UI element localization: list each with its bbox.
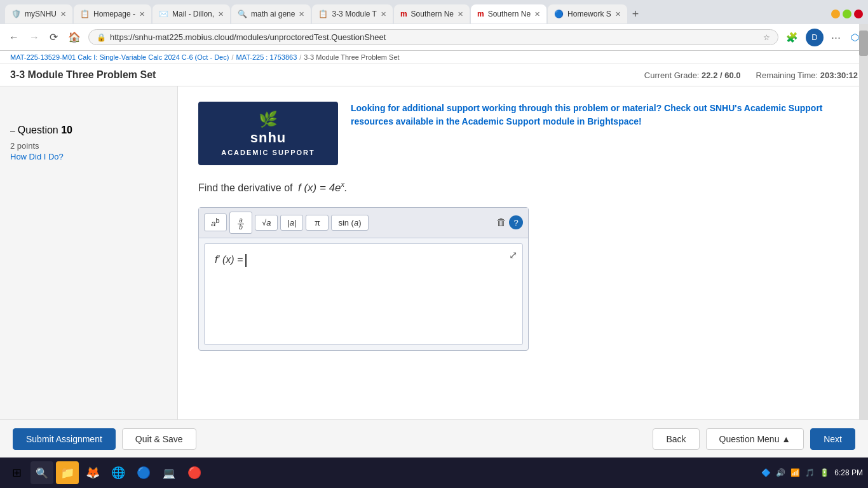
- expand-button[interactable]: ⤢: [509, 249, 517, 261]
- reload-button[interactable]: ⟳: [47, 29, 60, 46]
- page-title: 3-3 Module Three Problem Set: [10, 69, 156, 81]
- taskbar-files-icon[interactable]: 📁: [56, 461, 79, 484]
- breadcrumb-course[interactable]: MAT-225-13529-M01 Calc I: Single-Variabl…: [10, 53, 229, 61]
- tab-close-southern1[interactable]: ✕: [458, 10, 463, 18]
- tab-close-homepage[interactable]: ✕: [139, 10, 145, 18]
- math-toolbar: ab ab √a |a| π sin (a) 🗑 ?: [199, 208, 528, 238]
- tab-icon-homepage: 📋: [80, 10, 90, 18]
- support-text: Looking for additional support working t…: [351, 102, 848, 128]
- window-controls: [831, 10, 863, 18]
- tab-icon-southern2: m: [477, 10, 484, 18]
- content-area: 🌿 snhu ACADEMIC SUPPORT Looking for addi…: [178, 86, 868, 441]
- snhu-leaf-icon: 🌿: [259, 111, 278, 128]
- question-number: 10: [61, 125, 72, 135]
- question-header: Question 10: [18, 125, 72, 135]
- quit-save-button[interactable]: Quit & Save: [122, 428, 196, 450]
- grade-info: Current Grade: 22.2 / 60.0 Remaining Tim…: [644, 71, 858, 80]
- tab-homepage[interactable]: 📋 Homepage - ✕: [74, 4, 151, 24]
- taskbar-audio-icon: 🔊: [776, 468, 785, 477]
- superscript-btn[interactable]: ab: [204, 214, 227, 231]
- scrollbar[interactable]: [859, 24, 868, 458]
- tab-mail[interactable]: ✉️ Mail - Dillon, ✕: [153, 4, 230, 24]
- snhu-logo-subtitle: ACADEMIC SUPPORT: [221, 149, 315, 156]
- sidebar: – Question 10 2 points How Did I Do?: [0, 86, 178, 441]
- taskbar-right: 🔷 🔊 📶 🎵 🔋 6:28 PM: [761, 468, 863, 477]
- taskbar: ⊞ 🔍 📁 🦊 🌐 🔵 💻 🔴 🔷 🔊 📶 🎵 🔋 6:28 PM: [0, 458, 868, 488]
- tab-mysnhu[interactable]: 🛡️ mySNHU ✕: [5, 4, 72, 24]
- taskbar-red-icon[interactable]: 🔴: [183, 461, 206, 484]
- minimize-button[interactable]: [831, 10, 840, 18]
- tab-close-southern2[interactable]: ✕: [534, 10, 540, 18]
- math-formula-display: f (x) = 4ex.: [298, 182, 348, 194]
- home-button[interactable]: 🏠: [65, 29, 83, 46]
- points-label: 2 points: [10, 141, 167, 151]
- math-cursor: [245, 254, 247, 267]
- taskbar-windows-icon[interactable]: ⊞: [5, 461, 28, 484]
- question-label: –: [10, 125, 18, 135]
- taskbar-chrome-icon[interactable]: 🔵: [132, 461, 155, 484]
- abs-btn[interactable]: |a|: [280, 215, 303, 231]
- fraction-btn[interactable]: ab: [229, 212, 252, 234]
- tab-icon-module: 📋: [318, 10, 328, 18]
- taskbar-edge-icon[interactable]: 🌐: [107, 461, 130, 484]
- breadcrumb-sep2: /: [299, 53, 301, 61]
- bottom-bar: Submit Assignment Quit & Save Back Quest…: [0, 419, 868, 458]
- breadcrumb: MAT-225-13529-M01 Calc I: Single-Variabl…: [0, 51, 868, 64]
- forward-nav-button[interactable]: →: [27, 29, 42, 46]
- math-editor: ab ab √a |a| π sin (a) 🗑 ? f′ (x) = ⤢: [198, 207, 529, 351]
- question-text: Find the derivative of f (x) = 4ex.: [198, 180, 848, 194]
- next-button[interactable]: Next: [810, 428, 855, 450]
- help-button[interactable]: ?: [509, 215, 523, 229]
- breadcrumb-page: 3-3 Module Three Problem Set: [304, 53, 399, 61]
- taskbar-firefox-icon[interactable]: 🦊: [81, 461, 104, 484]
- tab-module[interactable]: 📋 3-3 Module T ✕: [312, 4, 392, 24]
- menu-button[interactable]: ⋯: [829, 29, 843, 46]
- time-value: 203:30:12: [820, 71, 858, 80]
- tab-southern1[interactable]: m Southern Ne ✕: [394, 4, 470, 24]
- tab-close-mysnhu[interactable]: ✕: [60, 10, 66, 18]
- page-header: 3-3 Module Three Problem Set Current Gra…: [0, 64, 868, 86]
- math-input-area[interactable]: f′ (x) = ⤢: [204, 243, 523, 345]
- back-button[interactable]: Back: [653, 428, 699, 450]
- clear-button[interactable]: 🗑: [496, 217, 506, 228]
- tab-southern2[interactable]: m Southern Ne ✕: [471, 4, 546, 24]
- pi-btn[interactable]: π: [306, 215, 329, 231]
- url-box[interactable]: 🔒 https://snhu-mat225.mobius.cloud/modul…: [88, 29, 778, 45]
- taskbar-terminal-icon[interactable]: 💻: [158, 461, 180, 484]
- new-tab-button[interactable]: +: [628, 8, 643, 21]
- back-nav-button[interactable]: ←: [6, 29, 22, 46]
- trig-btn[interactable]: sin (a): [331, 215, 368, 231]
- tab-close-homework[interactable]: ✕: [615, 10, 621, 18]
- profile-button[interactable]: D: [806, 29, 824, 46]
- tab-bar: 🛡️ mySNHU ✕ 📋 Homepage - ✕ ✉️ Mail - Dil…: [0, 0, 868, 24]
- submit-assignment-button[interactable]: Submit Assignment: [13, 428, 116, 450]
- taskbar-bluetooth-icon: 🔷: [761, 468, 771, 477]
- extensions-button[interactable]: 🧩: [783, 29, 801, 46]
- snhu-logo: 🌿 snhu ACADEMIC SUPPORT: [198, 102, 338, 165]
- tab-label-homework: Homework S: [567, 10, 611, 18]
- browser-chrome: 🛡️ mySNHU ✕ 📋 Homepage - ✕ ✉️ Mail - Dil…: [0, 0, 868, 51]
- tab-close-module[interactable]: ✕: [381, 10, 386, 18]
- tab-close-mail[interactable]: ✕: [218, 10, 224, 18]
- breadcrumb-section[interactable]: MAT-225 : 1753863: [236, 53, 297, 61]
- maximize-button[interactable]: [843, 10, 851, 18]
- main-content: – Question 10 2 points How Did I Do? 🌿 s…: [0, 86, 868, 441]
- lock-icon: 🔒: [97, 33, 106, 42]
- remaining-time: Remaining Time: 203:30:12: [756, 71, 858, 80]
- sqrt-btn[interactable]: √a: [255, 215, 278, 231]
- tab-close-mathai[interactable]: ✕: [299, 10, 304, 18]
- tab-homework[interactable]: 🔵 Homework S ✕: [548, 4, 627, 24]
- snhu-logo-text: snhu: [250, 130, 287, 146]
- tab-icon-southern1: m: [400, 10, 407, 18]
- tab-label-southern2: Southern Ne: [488, 10, 531, 18]
- support-banner: 🌿 snhu ACADEMIC SUPPORT Looking for addi…: [198, 102, 848, 165]
- question-menu-button[interactable]: Question Menu ▲: [706, 428, 804, 450]
- tab-label-mysnhu: mySNHU: [25, 10, 57, 18]
- tab-label-mathai: math ai gene: [251, 10, 295, 18]
- how-did-link[interactable]: How Did I Do?: [10, 152, 64, 161]
- tab-mathai[interactable]: 🔍 math ai gene ✕: [231, 4, 311, 24]
- taskbar-music-icon: 🎵: [805, 468, 815, 477]
- close-button[interactable]: [854, 10, 863, 18]
- taskbar-search-icon[interactable]: 🔍: [31, 461, 53, 484]
- taskbar-network-icon: 📶: [790, 468, 800, 477]
